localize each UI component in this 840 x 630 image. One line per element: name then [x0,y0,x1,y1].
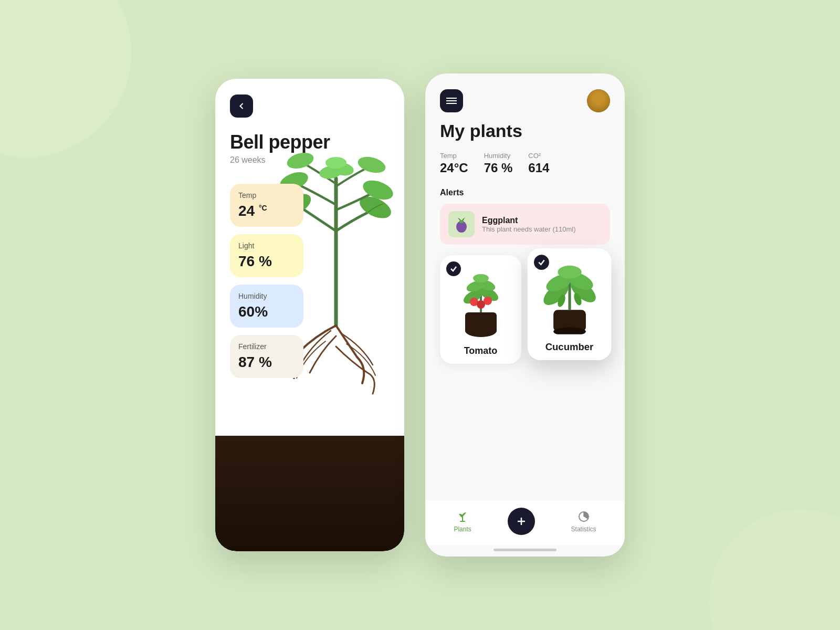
metric-co2-value: 614 [528,161,549,175]
stat-label-light: Light [238,242,295,250]
left-header [215,79,404,123]
plant-card-cucumber[interactable]: Cucumber [528,248,612,360]
right-content: My plants Temp 24°C Humidity 76 % CO² 61… [425,121,625,500]
bottom-nav: Plants Statistics [425,500,625,545]
add-button[interactable] [508,508,535,535]
nav-plants-label: Plants [454,526,471,533]
metric-co2-label: CO² [528,152,549,160]
screens-container: Bell pepper 26 weeks Temp 24 °C Light 76… [215,74,625,556]
metric-humidity-label: Humidity [484,152,513,160]
svg-rect-16 [465,312,497,333]
nav-plants[interactable]: Plants [454,510,471,533]
svg-point-22 [473,274,489,282]
alert-plant-name: Eggplant [482,216,575,225]
tomato-label: Tomato [447,345,514,356]
right-header [425,74,625,121]
metrics-row: Temp 24°C Humidity 76 % CO² 614 [440,152,610,175]
stat-label-humidity: Humidity [238,292,295,300]
alert-card[interactable]: Eggplant This plant needs water (110ml) [440,204,610,245]
menu-button[interactable] [440,89,463,112]
stat-value-humidity: 60% [238,303,295,320]
metric-temp-value: 24°C [440,161,468,175]
page-title: My plants [440,121,610,141]
plants-grid: Tomato [440,255,610,364]
plant-card-tomato[interactable]: Tomato [440,255,521,364]
stat-value-light: 76 % [238,253,295,270]
metric-humidity: Humidity 76 % [484,152,513,175]
selected-badge-tomato [446,261,461,276]
stat-card-fertilizer[interactable]: Fertilizer 87 % [230,335,303,378]
alerts-section: Alerts Eggplant This plant needs [440,188,610,364]
stat-label-temp: Temp [238,191,295,200]
phone-left: Bell pepper 26 weeks Temp 24 °C Light 76… [215,79,404,551]
stat-card-temp[interactable]: Temp 24 °C [230,184,303,227]
svg-point-33 [558,266,581,279]
user-avatar[interactable] [587,89,610,112]
stat-card-humidity[interactable]: Humidity 60% [230,285,303,328]
soil-area [215,436,404,551]
cucumber-label: Cucumber [535,341,604,353]
home-indicator [494,549,556,551]
stats-overlay: Temp 24 °C Light 76 % Humidity 60% Ferti… [230,184,303,378]
stat-value-temp: 24 °C [238,203,295,219]
back-button[interactable] [230,94,253,118]
metric-temp: Temp 24°C [440,152,468,175]
stat-card-light[interactable]: Light 76 % [230,234,303,277]
stat-value-fertilizer: 87 % [238,354,295,371]
alerts-title: Alerts [440,188,610,197]
svg-point-14 [459,220,464,223]
alert-text: Eggplant This plant needs water (110ml) [482,216,575,233]
phone-right: My plants Temp 24°C Humidity 76 % CO² 61… [425,74,625,556]
stat-label-fertilizer: Fertilizer [238,342,295,351]
nav-statistics-label: Statistics [571,526,596,533]
svg-point-25 [477,300,485,309]
metric-temp-label: Temp [440,152,468,160]
alert-message: This plant needs water (110ml) [482,225,575,233]
metric-humidity-value: 76 % [484,161,513,175]
selected-badge-cucumber [534,255,549,270]
nav-statistics[interactable]: Statistics [571,510,596,533]
svg-point-9 [326,157,346,169]
alert-plant-thumbnail [448,211,475,237]
metric-co2: CO² 614 [528,152,549,175]
